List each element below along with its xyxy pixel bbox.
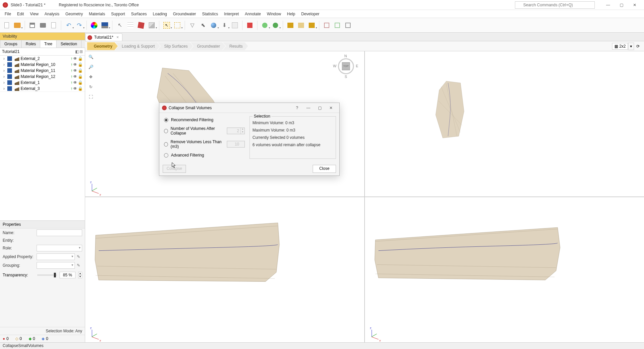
menu-geometry[interactable]: Geometry (63, 11, 86, 17)
green-circle2-button[interactable] (271, 21, 280, 30)
select-lock-button[interactable] (173, 21, 182, 30)
redo-button[interactable]: ↷ (75, 21, 84, 30)
visibility-icon[interactable]: 👁 (73, 62, 77, 67)
visibility-icon[interactable]: 👁 (73, 68, 77, 73)
maximize-button[interactable]: ▢ (615, 0, 628, 10)
viewport-top-right[interactable] (365, 51, 644, 196)
grid-button[interactable] (126, 21, 135, 30)
num-volumes-input[interactable]: 2▲▼ (227, 128, 245, 134)
filter-button[interactable]: ▽ (188, 21, 197, 30)
menu-surfaces[interactable]: Surfaces (128, 11, 149, 17)
menu-materials[interactable]: Materials (86, 11, 108, 17)
applied-combo[interactable] (37, 253, 75, 260)
rotate-icon[interactable]: ↻ (87, 83, 94, 91)
tree-item[interactable]: ›External_3↑👁🔒 (0, 86, 85, 92)
role-combo[interactable] (37, 245, 82, 251)
undo-button[interactable]: ↶ (64, 21, 73, 30)
download-button[interactable]: ⬇ (220, 21, 229, 30)
dialog-maximize-button[interactable]: ▢ (314, 103, 325, 113)
menu-view[interactable]: View (27, 11, 41, 17)
dialog-close-button[interactable]: ✕ (325, 103, 337, 113)
lock-icon[interactable]: 🔒 (78, 56, 83, 61)
refresh-button[interactable]: ⟳ (634, 42, 642, 50)
menu-interpret[interactable]: Interpret (221, 11, 242, 17)
grouping-combo[interactable] (37, 262, 75, 269)
transparency-slider[interactable] (37, 274, 57, 276)
tree-item[interactable]: ›Material Region_12↑👁🔒 (0, 74, 85, 80)
menu-loading[interactable]: Loading (150, 11, 170, 17)
move-up-icon[interactable]: ↑ (71, 62, 73, 67)
new-file-button[interactable] (2, 21, 11, 30)
tree-file-row[interactable]: Tutorial21 ◧⊞ (0, 48, 85, 56)
compass-cube[interactable]: TOP (342, 62, 350, 70)
tab-roles[interactable]: Roles (21, 40, 40, 48)
visibility-icon[interactable]: 👁 (73, 86, 77, 91)
visibility-icon[interactable]: 👁 (73, 74, 77, 79)
fit-icon[interactable]: ⛶ (87, 93, 94, 101)
applied-edit-icon[interactable]: ✎ (77, 254, 82, 259)
box-tool-button[interactable] (230, 21, 240, 30)
lock-icon[interactable]: 🔒 (78, 62, 83, 67)
zoom-window-icon[interactable]: 🔍 (87, 53, 94, 61)
visibility-icon[interactable]: 👁 (73, 80, 77, 85)
search-commands-input[interactable] (515, 1, 595, 9)
view-layout-dropdown[interactable]: ▦2x2 (612, 43, 628, 50)
dialog-minimize-button[interactable]: — (303, 103, 314, 113)
tree-item[interactable]: ›External_1↑👁🔒 (0, 80, 85, 86)
tree-item[interactable]: ›Material Region_10↑👁🔒 (0, 62, 85, 68)
view-layout-dropdown-arrow[interactable]: ▾ (628, 43, 634, 50)
select-window-button[interactable]: ↖ (162, 21, 171, 30)
cursor-tool-button[interactable]: ↖ (115, 21, 124, 30)
menu-statistics[interactable]: Statistics (199, 11, 221, 17)
close-tab-icon[interactable]: × (116, 35, 119, 40)
menu-groundwater[interactable]: Groundwater (170, 11, 199, 17)
menu-edit[interactable]: Edit (14, 11, 27, 17)
radio-recommended[interactable] (164, 118, 168, 122)
workflow-results[interactable]: Results (223, 42, 248, 50)
document-tab[interactable]: Tutorial21* × (85, 33, 122, 41)
minimize-button[interactable]: — (601, 0, 615, 10)
transparency-up[interactable]: ▲ (78, 272, 82, 275)
radio-num-volumes[interactable] (164, 129, 168, 133)
green-circle1-button[interactable] (260, 21, 269, 30)
close-window-button[interactable]: ✕ (628, 0, 641, 10)
tab-tree[interactable]: Tree (40, 40, 57, 48)
document-button[interactable] (49, 21, 58, 30)
lock-icon[interactable]: 🔒 (78, 80, 83, 85)
wire-cube-button[interactable] (147, 21, 156, 30)
viewport-bottom-left[interactable] (85, 197, 364, 342)
move-up-icon[interactable]: ↑ (71, 80, 73, 85)
view-compass[interactable]: TOP NSEW (334, 55, 358, 78)
workflow-groundwater[interactable]: Groundwater (190, 42, 225, 50)
export1-button[interactable] (286, 21, 295, 30)
grouping-edit-icon[interactable]: ✎ (77, 263, 82, 268)
lock-icon[interactable]: 🔒 (78, 74, 83, 79)
menu-window[interactable]: Window (264, 11, 284, 17)
move-up-icon[interactable]: ↑ (71, 56, 73, 61)
name-field[interactable] (37, 229, 82, 236)
collapse-button[interactable]: Collapse (163, 165, 186, 173)
tab-groups[interactable]: Groups (0, 40, 22, 48)
workflow-loading[interactable]: Loading & Support (115, 42, 160, 50)
zoom-icon[interactable]: 🔎 (87, 63, 94, 71)
color-wheel-button[interactable] (89, 21, 99, 30)
menu-developer[interactable]: Developer (299, 11, 322, 17)
lock-icon[interactable]: 🔒 (78, 86, 83, 91)
menu-help[interactable]: Help (284, 11, 298, 17)
tree-file-icon2[interactable]: ⊞ (80, 49, 83, 54)
red-cube-button[interactable] (245, 21, 254, 30)
display-mode-button[interactable] (100, 21, 109, 30)
cube-outline2-button[interactable] (333, 21, 342, 30)
transparency-down[interactable]: ▼ (78, 275, 82, 278)
export2-button[interactable] (296, 21, 306, 30)
tree-item[interactable]: ›External_2↑👁🔒 (0, 56, 85, 62)
remove-less-input[interactable]: 10 (227, 141, 245, 148)
tree-file-icon1[interactable]: ◧ (75, 49, 79, 54)
workflow-slip[interactable]: Slip Surfaces (157, 42, 193, 50)
radio-advanced[interactable] (164, 153, 168, 158)
pan-icon[interactable]: ✥ (87, 73, 94, 81)
menu-file[interactable]: File (2, 11, 14, 17)
transparency-value[interactable]: 85 % (60, 272, 76, 278)
tree-item[interactable]: ›Material Region_11↑👁🔒 (0, 68, 85, 74)
lock-icon[interactable]: 🔒 (78, 68, 83, 73)
